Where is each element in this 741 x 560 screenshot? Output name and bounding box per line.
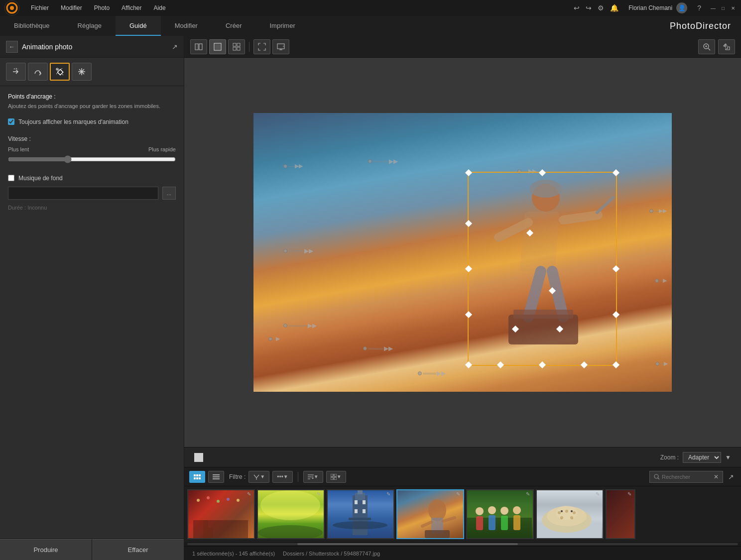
compare-view-button[interactable] (190, 39, 207, 54)
svg-rect-38 (508, 315, 578, 344)
panel-header: ← Animation photo ↗ (0, 36, 184, 58)
svg-rect-72 (355, 509, 358, 513)
show-marks-label[interactable]: Toujours afficher les marques d'animatio… (18, 118, 128, 125)
play-button[interactable] (194, 453, 203, 462)
menu-fichier[interactable]: Fichier (26, 2, 54, 13)
display-button[interactable] (272, 39, 289, 54)
svg-rect-48 (213, 478, 220, 479)
filmstrip-scrollbar[interactable] (184, 542, 741, 546)
svg-rect-43 (194, 477, 196, 479)
svg-line-34 (563, 215, 598, 220)
svg-point-2 (10, 6, 14, 10)
anchor-tool-button[interactable] (50, 63, 70, 81)
produce-button[interactable]: Produire (0, 539, 92, 560)
thumbnail-5[interactable]: ✎ (466, 489, 534, 539)
motion-tool-button[interactable] (6, 63, 26, 81)
menu-aide[interactable]: Aide (149, 2, 171, 13)
tab-guide[interactable]: Guidé (116, 16, 161, 36)
bell-icon[interactable]: 🔔 (610, 4, 618, 12)
menu-photo[interactable]: Photo (89, 2, 115, 13)
user-avatar[interactable]: 👤 (676, 2, 687, 13)
music-file-input[interactable] (8, 187, 158, 200)
anchor-section-title: Points d'ancrage : (8, 93, 176, 100)
svg-rect-82 (476, 516, 483, 530)
music-browse-button[interactable]: ... (162, 187, 176, 200)
speed-label: Vitesse : (8, 135, 176, 142)
redo-icon[interactable]: ↪ (586, 4, 592, 12)
filter-more-button[interactable]: ••• ▼ (272, 471, 293, 483)
thumbnail-1[interactable]: ✎ (187, 489, 255, 539)
music-checkbox[interactable] (8, 175, 14, 181)
canvas-area[interactable]: - - - - - - - - ▶▶ = = = = = = = = ▶▶ - … (184, 58, 741, 447)
tab-creer[interactable]: Créer (212, 16, 256, 36)
strip-separator (298, 472, 298, 482)
help-icon[interactable]: ? (697, 4, 701, 12)
thumbnail-3[interactable]: ✎ (327, 489, 394, 539)
menu-modifier[interactable]: Modifier (56, 2, 87, 13)
maximize-button[interactable]: □ (719, 4, 727, 12)
thumbnail-4[interactable]: ✎ (396, 489, 464, 539)
svg-line-78 (443, 518, 455, 521)
svg-point-60 (217, 500, 220, 503)
speed-slider[interactable] (8, 155, 176, 163)
svg-point-13 (81, 71, 83, 73)
filmstrip-list-view-button[interactable] (208, 471, 224, 483)
sort-button[interactable]: ▼ (303, 471, 323, 483)
undo-icon[interactable]: ↩ (574, 4, 580, 12)
svg-line-27 (708, 48, 710, 50)
svg-line-77 (422, 522, 431, 526)
right-area: - - - - - - - - ▶▶ = = = = = = = = ▶▶ - … (184, 36, 741, 560)
motion-arrow-5: = = = = = = = = ▶▶ (283, 247, 313, 254)
tab-reglage[interactable]: Réglage (64, 16, 116, 36)
zoom-select[interactable]: Adapter 25% 50% 75% 100% 150% 200% (683, 452, 721, 463)
tab-bibliotheque[interactable]: Bibliothèque (0, 16, 64, 36)
menu-bar: Fichier Modifier Photo Afficher Aide ↩ ↪… (0, 0, 741, 16)
freeze-tool-button[interactable] (72, 63, 92, 81)
speed-faster-label: Plus rapide (148, 146, 176, 152)
anchor-section-desc: Ajoutez des points d'ancrage pour garder… (8, 102, 176, 111)
music-label[interactable]: Musique de fond (18, 175, 63, 182)
svg-point-61 (227, 498, 230, 501)
thumbnail-6[interactable]: ✎ (536, 489, 604, 539)
curve-tool-button[interactable] (28, 63, 48, 81)
svg-rect-68 (358, 490, 363, 494)
clear-button[interactable]: Effacer (92, 539, 184, 560)
tab-imprimer[interactable]: Imprimer (255, 16, 309, 36)
close-button[interactable]: ✕ (729, 4, 737, 12)
pan-button[interactable] (718, 39, 735, 54)
thumbnail-7[interactable]: ✎ (606, 489, 635, 539)
svg-rect-70 (355, 500, 358, 504)
menu-afficher[interactable]: Afficher (117, 2, 146, 13)
svg-rect-41 (196, 474, 198, 476)
show-marks-row: Toujours afficher les marques d'animatio… (8, 118, 176, 125)
show-marks-checkbox[interactable] (8, 118, 14, 125)
thumb-6-badge: ✎ (596, 491, 600, 497)
filmstrip-export-button[interactable]: ↗ (726, 472, 736, 482)
filter-type-button[interactable]: ▼ (248, 471, 269, 483)
path-text: Dossiers / Shutterstock / 594887747.jpg (283, 551, 380, 557)
thumbnail-2[interactable]: ✎ (257, 489, 325, 539)
svg-rect-71 (363, 500, 366, 504)
panel-export-icon[interactable]: ↗ (172, 43, 178, 51)
back-button[interactable]: ← (6, 41, 18, 53)
panel-title: Animation photo (22, 43, 168, 51)
fullscreen-button[interactable] (253, 39, 270, 54)
filmstrip-grid-view-button[interactable] (189, 471, 205, 483)
zoom-button[interactable] (698, 39, 715, 54)
search-input[interactable] (662, 474, 712, 480)
svg-rect-54 (331, 477, 333, 480)
group-button[interactable]: ▼ (326, 471, 346, 483)
left-panel: ← Animation photo ↗ (0, 36, 184, 560)
minimize-button[interactable]: — (709, 4, 717, 12)
settings-icon[interactable]: ⚙ (598, 4, 604, 12)
single-view-button[interactable] (209, 39, 226, 54)
svg-rect-45 (199, 477, 201, 479)
grid-view-button[interactable] (228, 39, 245, 54)
tab-modifier[interactable]: Modifier (161, 16, 212, 36)
thumb-4-badge: ✎ (456, 491, 460, 497)
svg-rect-52 (331, 474, 333, 476)
selected-count-text: 1 sélectionnée(s) - 145 affichée(s) (192, 551, 275, 557)
svg-rect-3 (57, 69, 63, 75)
search-clear-button[interactable]: ✕ (714, 473, 719, 480)
filter-label: Filtre : (229, 473, 246, 480)
